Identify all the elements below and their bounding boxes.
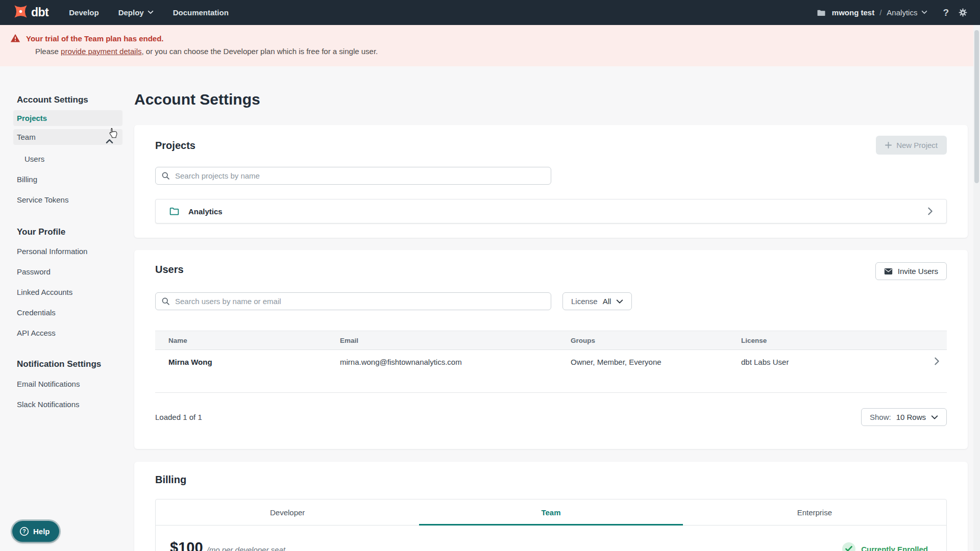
- warning-icon: [10, 33, 20, 43]
- project-row-analytics[interactable]: Analytics: [155, 199, 947, 223]
- sidebar-heading-account-settings: Account Settings: [13, 94, 122, 106]
- tab-developer[interactable]: Developer: [156, 499, 419, 525]
- users-search: [155, 292, 551, 310]
- folder-icon: [817, 8, 826, 17]
- plan-price: $100 /mo per developer seat: [170, 539, 285, 551]
- nav-links: Develop Deploy Documentation: [69, 8, 229, 17]
- plus-icon: [885, 142, 892, 148]
- banner-title: Your trial of the Team plan has ended.: [26, 34, 164, 43]
- enrollment-status: Currently Enrolled: [842, 542, 928, 551]
- sidebar-item-users[interactable]: Users: [13, 151, 122, 167]
- projects-heading: Projects: [155, 140, 195, 152]
- nav-item-deploy[interactable]: Deploy: [118, 8, 154, 17]
- projects-search-input[interactable]: [155, 167, 551, 185]
- help-button[interactable]: ? Help: [12, 521, 59, 542]
- help-button-label: Help: [33, 527, 50, 536]
- users-card: Users Invite Users License All Name Emai…: [134, 250, 968, 449]
- chevron-down-icon: [148, 8, 154, 17]
- provide-payment-details-link[interactable]: provide payment details: [61, 47, 141, 56]
- users-table-header: Name Email Groups License: [155, 331, 947, 350]
- sidebar-item-team[interactable]: Team: [13, 129, 122, 145]
- chevron-down-icon: [616, 299, 623, 304]
- user-groups: Owner, Member, Everyone: [571, 358, 741, 392]
- account-separator: /: [879, 8, 881, 17]
- account-name: mwong test: [832, 8, 874, 17]
- sidebar-heading-your-profile: Your Profile: [13, 227, 122, 238]
- chevron-down-icon: [921, 8, 927, 17]
- nav-item-develop[interactable]: Develop: [69, 8, 99, 17]
- banner-body: Please provide payment details, or you c…: [35, 47, 980, 56]
- top-nav: dbt Develop Deploy Documentation mwong t…: [0, 0, 980, 25]
- users-table: Name Email Groups License Mirna Wong mir…: [155, 331, 947, 393]
- show-label: Show:: [870, 413, 891, 421]
- app-root: dbt Develop Deploy Documentation mwong t…: [0, 0, 980, 551]
- sidebar-item-personal-information[interactable]: Personal Information: [13, 243, 122, 259]
- chevron-down-icon: [931, 415, 938, 420]
- search-icon: [161, 297, 170, 306]
- user-name: Mirna Wong: [168, 358, 340, 392]
- brand-name: dbt: [31, 6, 48, 19]
- price-amount: $100: [170, 539, 203, 551]
- dbt-logo-icon: [13, 4, 28, 21]
- sidebar-item-slack-notifications[interactable]: Slack Notifications: [13, 396, 122, 412]
- sidebar-item-service-tokens[interactable]: Service Tokens: [13, 192, 122, 208]
- project-row-name: Analytics: [188, 207, 223, 216]
- license-filter-value: All: [603, 297, 611, 306]
- projects-search: [155, 167, 551, 185]
- envelope-icon: [884, 268, 893, 275]
- new-project-button[interactable]: New Project: [876, 136, 947, 155]
- user-row[interactable]: Mirna Wong mirna.wong@fishtownanalytics.…: [155, 350, 947, 393]
- nav-item-documentation[interactable]: Documentation: [173, 8, 229, 17]
- dbt-logo[interactable]: dbt: [13, 4, 48, 21]
- loaded-count: Loaded 1 of 1: [155, 408, 202, 426]
- tab-team[interactable]: Team: [419, 499, 682, 525]
- enrollment-status-text: Currently Enrolled: [861, 545, 928, 551]
- price-note: /mo per developer seat: [207, 545, 285, 551]
- col-header-name: Name: [168, 337, 340, 344]
- invite-users-button[interactable]: Invite Users: [875, 262, 947, 280]
- sidebar-item-email-notifications[interactable]: Email Notifications: [13, 376, 122, 392]
- user-email: mirna.wong@fishtownanalytics.com: [340, 358, 571, 392]
- users-heading: Users: [155, 264, 184, 276]
- sidebar-item-projects[interactable]: Projects: [13, 110, 122, 126]
- sidebar-item-password[interactable]: Password: [13, 264, 122, 280]
- billing-card: Billing Developer Team Enterprise $100 /…: [134, 462, 968, 551]
- rows-per-page-dropdown[interactable]: Show: 10 Rows: [861, 408, 947, 426]
- help-question-icon[interactable]: ?: [943, 7, 949, 18]
- settings-sidebar: Account Settings Projects Team Users Bil…: [13, 94, 122, 412]
- projects-card: Projects New Project Analytics: [134, 125, 968, 238]
- license-filter-dropdown[interactable]: License All: [562, 292, 632, 310]
- scrollbar-thumb[interactable]: [974, 30, 979, 183]
- sidebar-item-credentials[interactable]: Credentials: [13, 305, 122, 320]
- search-icon: [161, 171, 170, 180]
- folder-outline-icon: [169, 206, 180, 217]
- license-filter-label: License: [571, 297, 598, 306]
- sidebar-item-linked-accounts[interactable]: Linked Accounts: [13, 284, 122, 300]
- project-name: Analytics: [887, 8, 917, 17]
- billing-plan-panel: Developer Team Enterprise $100 /mo per d…: [155, 499, 947, 551]
- gear-icon[interactable]: [958, 8, 968, 17]
- sidebar-heading-notification-settings: Notification Settings: [13, 359, 122, 370]
- users-search-input[interactable]: [155, 292, 551, 310]
- chevron-up-icon: [106, 134, 113, 149]
- user-license: dbt Labs User: [741, 358, 918, 392]
- sidebar-item-api-access[interactable]: API Access: [13, 325, 122, 341]
- chevron-right-icon: [918, 357, 947, 392]
- svg-text:?: ?: [22, 529, 26, 534]
- billing-heading: Billing: [155, 474, 186, 486]
- tab-enterprise[interactable]: Enterprise: [683, 499, 946, 525]
- page-scrollbar[interactable]: [973, 25, 980, 551]
- trial-ended-banner: Your trial of the Team plan has ended. P…: [0, 25, 980, 66]
- col-header-groups: Groups: [571, 337, 741, 344]
- col-header-email: Email: [340, 337, 571, 344]
- question-circle-icon: ?: [19, 527, 29, 536]
- chevron-right-icon: [927, 207, 933, 216]
- account-project-selector[interactable]: mwong test / Analytics: [832, 8, 928, 17]
- nav-right: mwong test / Analytics ?: [817, 7, 968, 18]
- col-header-license: License: [741, 337, 918, 344]
- sidebar-item-billing[interactable]: Billing: [13, 171, 122, 187]
- billing-tabs: Developer Team Enterprise: [156, 499, 946, 525]
- show-value: 10 Rows: [896, 413, 926, 421]
- page-title: Account Settings: [134, 91, 260, 108]
- check-icon: [842, 542, 855, 551]
